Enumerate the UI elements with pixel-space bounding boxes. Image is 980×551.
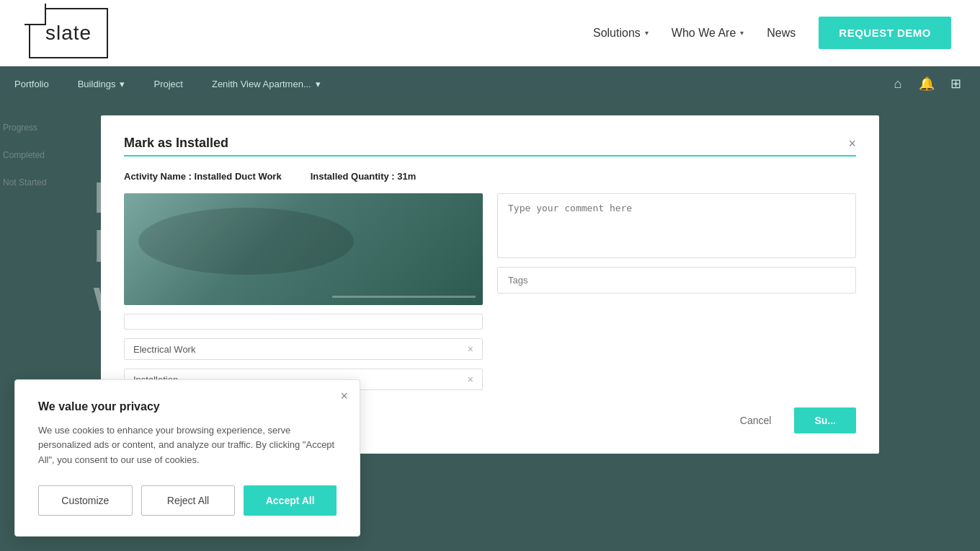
nav-buildings[interactable]: Buildings ▾: [63, 66, 140, 101]
modal-title: Mark as Installed: [124, 136, 228, 151]
chevron-down-icon: ▾: [120, 79, 125, 89]
nav-project[interactable]: Project: [139, 66, 197, 101]
modal-right-column: [497, 193, 856, 390]
customize-button[interactable]: Customize: [38, 485, 133, 516]
reject-all-button[interactable]: Reject All: [141, 485, 236, 516]
cookie-close-button[interactable]: ×: [340, 389, 348, 404]
installed-quantity-field: Installed Quantity : 31m: [311, 171, 416, 182]
submit-button[interactable]: Su...: [794, 407, 856, 433]
nav-links: Solutions ▾ Who We Are ▾ News REQUEST DE…: [593, 17, 951, 49]
chevron-down-icon: ▾: [645, 29, 649, 37]
cookie-buttons: Customize Reject All Accept All: [38, 485, 337, 516]
chevron-down-icon: ▾: [740, 29, 744, 37]
grid-icon[interactable]: ⊞: [943, 71, 968, 97]
bell-icon[interactable]: 🔔: [914, 71, 940, 97]
comment-textarea[interactable]: [497, 193, 856, 258]
tag-remove-2[interactable]: ×: [468, 374, 473, 385]
home-icon[interactable]: ⌂: [885, 71, 911, 97]
tag-label-1: Electrical Work: [133, 344, 195, 355]
tag-remove-1[interactable]: ×: [468, 343, 473, 355]
modal-divider: [124, 155, 856, 157]
activity-name-field: Activity Name : Installed Duct Work: [124, 171, 282, 182]
logo-text: slate: [45, 22, 92, 45]
nav-news[interactable]: News: [767, 27, 796, 40]
tags-input[interactable]: [497, 267, 856, 294]
cookie-title: We value your privacy: [38, 400, 337, 413]
modal-body: Electrical Work × Installation ×: [124, 193, 856, 390]
logo[interactable]: slate: [29, 8, 108, 58]
nav-portfolio[interactable]: Portfolio: [0, 66, 63, 101]
chevron-down-icon: ▾: [316, 79, 321, 89]
cancel-button[interactable]: Cancel: [726, 407, 786, 433]
modal-left-column: Electrical Work × Installation ×: [124, 193, 483, 390]
cookie-body-text: We use cookies to enhance your browsing …: [38, 423, 337, 468]
nav-who-we-are[interactable]: Who We Are ▾: [672, 27, 744, 40]
nav-zenith[interactable]: Zenith View Apartmen... ▾: [197, 66, 335, 101]
secondary-navigation: Portfolio Buildings ▾ Project Zenith Vie…: [0, 66, 980, 101]
nav-solutions[interactable]: Solutions ▾: [593, 27, 649, 40]
uploaded-image: [124, 193, 483, 305]
file-input[interactable]: [124, 314, 483, 330]
top-navigation: slate Solutions ▾ Who We Are ▾ News REQU…: [0, 0, 980, 66]
modal-close-button[interactable]: ×: [848, 137, 856, 150]
main-content-area: Progress Completed Not Started Better de…: [0, 101, 980, 551]
modal-header: Mark as Installed ×: [124, 136, 856, 151]
secondary-nav-right: ⌂ 🔔 ⊞: [885, 71, 980, 97]
image-placeholder: [124, 193, 483, 305]
request-demo-button[interactable]: REQUEST DEMO: [819, 17, 951, 49]
accept-all-button[interactable]: Accept All: [244, 485, 337, 516]
tag-row-1: Electrical Work ×: [124, 338, 483, 360]
modal-meta: Activity Name : Installed Duct Work Inst…: [124, 171, 856, 182]
cookie-consent-banner: × We value your privacy We use cookies t…: [14, 379, 360, 537]
